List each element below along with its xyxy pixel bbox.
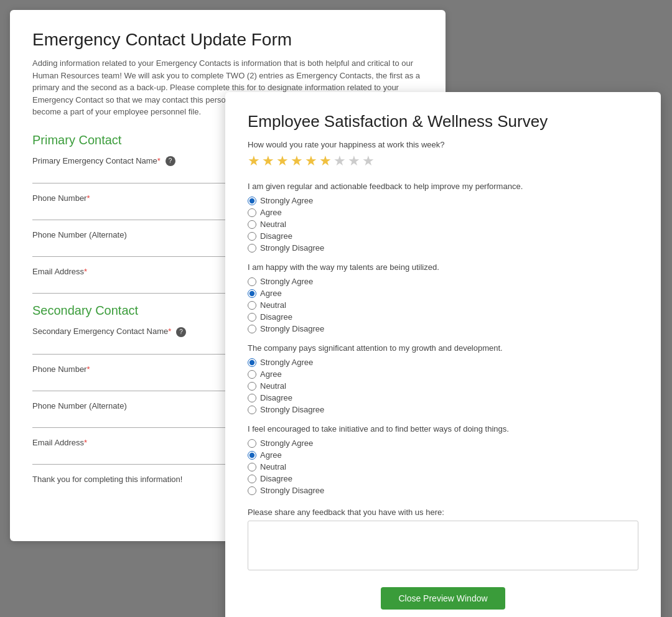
question-4-text: I feel encouraged to take initiative and… [248,424,638,434]
star-9[interactable]: ★ [362,153,375,169]
feedback-label: Please share any feedback that you have … [248,508,638,517]
primary-email-input[interactable] [32,279,231,294]
secondary-name-help-icon[interactable]: ? [176,327,186,337]
q3-neutral[interactable]: Neutral [248,381,638,391]
q1-strongly-agree[interactable]: Strongly Agree [248,196,638,205]
star-rating[interactable]: ★ ★ ★ ★ ★ ★ ★ ★ ★ [248,153,638,169]
question-1-options: Strongly Agree Agree Neutral Disagree St… [248,196,638,253]
q3-agree[interactable]: Agree [248,369,638,379]
star-8[interactable]: ★ [348,153,360,169]
question-4-options: Strongly Agree Agree Neutral Disagree St… [248,438,638,495]
question-1-text: I am given regular and actionable feedba… [248,182,638,191]
q4-agree[interactable]: Agree [248,450,638,460]
q1-neutral[interactable]: Neutral [248,220,638,229]
q2-strongly-agree[interactable]: Strongly Agree [248,277,638,286]
q3-strongly-disagree[interactable]: Strongly Disagree [248,405,638,414]
rating-question: How would you rate your happiness at wor… [248,140,638,149]
q4-strongly-disagree[interactable]: Strongly Disagree [248,486,638,495]
secondary-name-input[interactable] [32,340,231,355]
q3-strongly-agree[interactable]: Strongly Agree [248,358,638,367]
q3-disagree[interactable]: Disagree [248,393,638,402]
q4-strongly-agree[interactable]: Strongly Agree [248,438,638,448]
feedback-textarea[interactable] [248,521,638,570]
emergency-contact-title: Emergency Contact Update Form [32,30,423,50]
star-7[interactable]: ★ [334,153,346,169]
question-3-options: Strongly Agree Agree Neutral Disagree St… [248,358,638,414]
q2-strongly-disagree[interactable]: Strongly Disagree [248,324,638,333]
primary-name-help-icon[interactable]: ? [166,156,175,166]
close-btn-row: Close Preview Window [248,587,638,610]
survey-title: Employee Satisfaction & Wellness Survey [248,112,638,131]
star-3[interactable]: ★ [276,153,289,169]
q1-agree[interactable]: Agree [248,208,638,217]
question-2-options: Strongly Agree Agree Neutral Disagree St… [248,277,638,333]
primary-phone-input[interactable] [32,205,231,220]
secondary-phone-input[interactable] [32,376,231,391]
q2-disagree[interactable]: Disagree [248,312,638,322]
primary-phone-alt-input[interactable] [32,242,231,257]
q4-neutral[interactable]: Neutral [248,462,638,471]
star-6[interactable]: ★ [319,153,332,169]
star-1[interactable]: ★ [248,153,260,169]
secondary-phone-alt-input[interactable] [32,413,231,428]
q1-disagree[interactable]: Disagree [248,231,638,241]
star-5[interactable]: ★ [305,153,317,169]
q2-agree[interactable]: Agree [248,289,638,298]
secondary-email-input[interactable] [32,450,231,465]
star-2[interactable]: ★ [262,153,274,169]
satisfaction-survey-card: Employee Satisfaction & Wellness Survey … [225,92,661,617]
q4-disagree[interactable]: Disagree [248,474,638,483]
q2-neutral[interactable]: Neutral [248,300,638,310]
question-2-text: I am happy with the way my talents are b… [248,262,638,272]
question-3-text: The company pays significant attention t… [248,343,638,353]
q1-strongly-disagree[interactable]: Strongly Disagree [248,243,638,253]
primary-name-input[interactable] [32,169,231,183]
close-preview-window-button[interactable]: Close Preview Window [381,587,505,610]
star-4[interactable]: ★ [291,153,303,169]
